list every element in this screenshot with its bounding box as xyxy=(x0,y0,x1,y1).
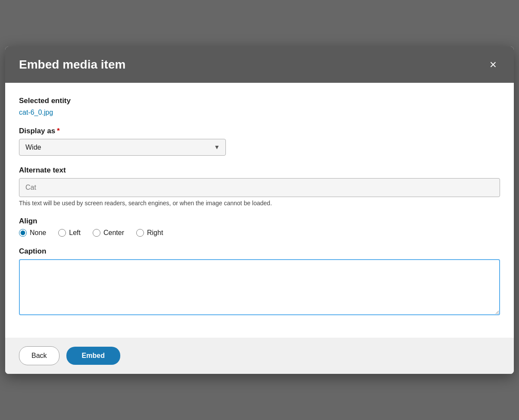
align-left-option[interactable]: Left xyxy=(58,229,81,237)
align-label: Align xyxy=(19,217,500,226)
alternate-text-hint: This text will be used by screen readers… xyxy=(19,200,500,207)
alternate-text-label: Alternate text xyxy=(19,166,500,175)
align-right-label: Right xyxy=(147,229,163,237)
display-as-select[interactable]: Wide Thumbnail Medium Large xyxy=(19,139,226,156)
modal-overlay: Embed media item × Selected entity cat-6… xyxy=(0,0,519,420)
align-left-label: Left xyxy=(69,229,81,237)
align-center-option[interactable]: Center xyxy=(93,229,124,237)
entity-link[interactable]: cat-6_0.jpg xyxy=(19,109,53,116)
align-options: None Left Center Right xyxy=(19,229,500,237)
alternate-text-input[interactable] xyxy=(19,178,500,197)
back-button[interactable]: Back xyxy=(19,346,59,365)
display-as-group: Display as* Wide Thumbnail Medium Large … xyxy=(19,127,500,156)
modal-header: Embed media item × xyxy=(5,47,514,83)
modal-title: Embed media item xyxy=(19,58,125,72)
modal-dialog: Embed media item × Selected entity cat-6… xyxy=(5,47,514,374)
align-right-radio[interactable] xyxy=(136,229,144,237)
caption-textarea[interactable] xyxy=(19,259,500,315)
close-button[interactable]: × xyxy=(486,57,500,72)
display-as-label: Display as* xyxy=(19,127,500,135)
align-right-option[interactable]: Right xyxy=(136,229,163,237)
selected-entity-group: Selected entity cat-6_0.jpg xyxy=(19,97,500,116)
align-center-label: Center xyxy=(103,229,124,237)
caption-group: Caption xyxy=(19,247,500,317)
modal-footer: Back Embed xyxy=(5,338,514,374)
alternate-text-group: Alternate text This text will be used by… xyxy=(19,166,500,207)
align-none-label: None xyxy=(30,229,46,237)
display-as-wrapper: Wide Thumbnail Medium Large ▼ xyxy=(19,139,226,156)
caption-label: Caption xyxy=(19,247,500,256)
required-star: * xyxy=(57,127,60,135)
align-center-radio[interactable] xyxy=(93,229,100,237)
selected-entity-label: Selected entity xyxy=(19,97,500,105)
align-none-radio[interactable] xyxy=(19,229,27,237)
modal-body: Selected entity cat-6_0.jpg Display as* … xyxy=(5,83,514,338)
align-left-radio[interactable] xyxy=(58,229,66,237)
embed-button[interactable]: Embed xyxy=(66,347,120,365)
align-group: Align None Left Center xyxy=(19,217,500,237)
align-none-option[interactable]: None xyxy=(19,229,46,237)
